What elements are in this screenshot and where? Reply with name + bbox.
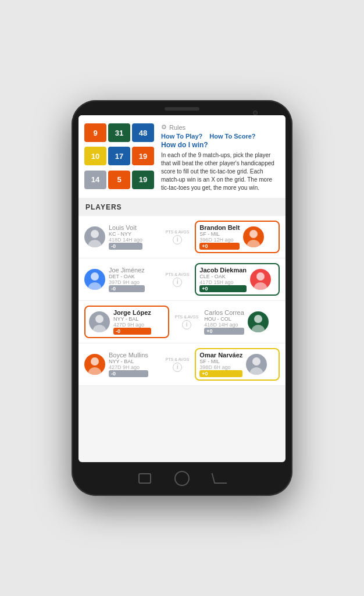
right-player-score: +0 xyxy=(199,285,247,292)
svg-point-2 xyxy=(249,230,258,238)
pts-label: PTS & AVGS xyxy=(166,272,190,276)
right-player-name: Jacob Diekman xyxy=(199,267,247,274)
player-avatar xyxy=(84,269,105,290)
rules-text: In each of the 9 match-ups, pick the pla… xyxy=(161,151,280,192)
how-to-play-link[interactable]: How To Play? xyxy=(161,133,202,140)
grid-cell-7: 5 xyxy=(108,171,130,189)
svg-point-9 xyxy=(93,325,106,332)
right-player-name: Omar Narváez xyxy=(199,352,242,359)
right-player-info: Carlos CorreaHOU - COL418D 14H ago+0 xyxy=(204,309,244,335)
recent-apps-button[interactable] xyxy=(138,473,151,484)
right-player-score: +0 xyxy=(199,243,240,250)
left-player[interactable]: Jorge LópezNYY - BAL427D 9H ago-0 xyxy=(84,306,169,338)
left-player-info: Boyce MullinsNYY - BAL427D 9H ago-0 xyxy=(109,352,148,377)
left-player-name: Boyce Mullins xyxy=(109,352,148,359)
right-player-info: Omar NarváezSF - MIL398D 6H ago+0 xyxy=(199,352,242,377)
screen-content: 9314810171914519 ⚙ Rules How To Play? Ho… xyxy=(78,115,286,386)
right-player-time: 417D 15H ago xyxy=(199,279,247,285)
left-player-teams: KC - NYY xyxy=(109,231,142,237)
grid-cell-5: 19 xyxy=(132,147,154,165)
svg-point-3 xyxy=(247,240,260,247)
match-row: Jorge LópezNYY - BAL427D 9H ago-0PTS & A… xyxy=(78,301,286,343)
player-avatar xyxy=(246,354,267,375)
right-player-info: Jacob DiekmanCLE - OAK417D 15H ago+0 xyxy=(199,267,247,292)
right-player[interactable]: Carlos CorreaHOU - COL418D 14H ago+0 xyxy=(204,306,280,338)
right-player-time: 418D 14H ago xyxy=(204,322,244,328)
right-player-teams: CLE - OAK xyxy=(199,274,247,279)
grid-cell-4: 17 xyxy=(108,147,130,165)
player-avatar xyxy=(250,269,271,290)
right-player-teams: SF - MIL xyxy=(199,231,240,237)
svg-point-4 xyxy=(91,272,99,281)
players-header: PLAYERS xyxy=(78,198,286,216)
svg-point-8 xyxy=(95,315,104,323)
right-player[interactable]: Jacob DiekmanCLE - OAK417D 15H ago+0 xyxy=(195,263,280,296)
pts-avgs-button[interactable]: PTS & AVGSi xyxy=(163,221,192,253)
right-player[interactable]: Omar NarváezSF - MIL398D 6H ago+0 xyxy=(195,348,280,381)
home-button[interactable] xyxy=(174,471,190,486)
rules-links: How To Play? How To Score? xyxy=(161,133,280,140)
grid-cell-3: 10 xyxy=(84,147,106,165)
pts-info-icon[interactable]: i xyxy=(173,235,182,244)
grid-cell-8: 19 xyxy=(132,171,154,189)
left-player-score: -0 xyxy=(109,370,148,377)
left-player-time: 418D 14H ago xyxy=(109,237,142,243)
phone-bottom-nav xyxy=(78,464,286,492)
match-row: Boyce MullinsNYY - BAL427D 9H ago-0PTS &… xyxy=(78,343,286,386)
right-player-name: Brandon Belt xyxy=(199,224,240,231)
right-player-score: +0 xyxy=(204,328,244,335)
left-player-score: -0 xyxy=(109,285,145,292)
pts-info-icon[interactable]: i xyxy=(182,320,191,329)
player-avatar xyxy=(84,226,105,247)
match-row: Louis VoitKC - NYY418D 14H ago-0PTS & AV… xyxy=(78,216,286,258)
phone-screen: 9314810171914519 ⚙ Rules How To Play? Ho… xyxy=(78,115,286,462)
left-player-info: Louis VoitKC - NYY418D 14H ago-0 xyxy=(109,224,142,250)
right-player-time: 398D 6H ago xyxy=(199,364,242,370)
pts-label: PTS & AVGS xyxy=(166,230,190,234)
rules-icon: ⚙ xyxy=(161,123,167,131)
grid-cell-1: 31 xyxy=(108,123,130,142)
player-avatar xyxy=(89,311,110,332)
left-player-time: 427D 9H ago xyxy=(113,322,151,328)
pts-info-icon[interactable]: i xyxy=(173,278,182,287)
player-avatar xyxy=(248,311,269,332)
pts-avgs-button[interactable]: PTS & AVGSi xyxy=(173,306,201,338)
right-player[interactable]: Brandon BeltSF - MIL396D 12H ago+0 xyxy=(195,221,280,253)
left-player[interactable]: Louis VoitKC - NYY418D 14H ago-0 xyxy=(84,221,160,253)
right-player-teams: HOU - COL xyxy=(204,316,244,322)
pts-label: PTS & AVGS xyxy=(175,315,199,319)
left-player-score: -0 xyxy=(109,243,142,250)
phone-camera xyxy=(253,111,258,115)
svg-point-0 xyxy=(91,230,99,238)
pts-avgs-button[interactable]: PTS & AVGSi xyxy=(163,263,192,296)
left-player-teams: NYY - BAL xyxy=(109,359,148,364)
left-player-info: Jorge LópezNYY - BAL427D 9H ago-0 xyxy=(113,309,151,335)
svg-point-12 xyxy=(91,357,99,366)
left-player[interactable]: Boyce MullinsNYY - BAL427D 9H ago-0 xyxy=(84,348,160,381)
left-player-name: Jorge López xyxy=(113,309,151,316)
pts-info-icon[interactable]: i xyxy=(173,363,182,372)
left-player-teams: NYY - BAL xyxy=(113,316,151,322)
rules-question: How do I win? xyxy=(161,141,280,149)
phone-speaker xyxy=(165,107,199,111)
match-row: Joe JiménezDET - OAK397D 9H ago-0PTS & A… xyxy=(78,258,286,301)
svg-point-6 xyxy=(256,272,265,281)
rules-section: ⚙ Rules How To Play? How To Score? How d… xyxy=(159,123,280,192)
right-player-teams: SF - MIL xyxy=(199,359,242,364)
matches-list: Louis VoitKC - NYY418D 14H ago-0PTS & AV… xyxy=(78,216,286,386)
how-to-score-link[interactable]: How To Score? xyxy=(209,133,255,140)
right-player-time: 396D 12H ago xyxy=(199,237,240,243)
left-player-time: 427D 9H ago xyxy=(109,364,148,370)
phone-frame: 9314810171914519 ⚙ Rules How To Play? Ho… xyxy=(72,100,292,496)
svg-point-1 xyxy=(88,240,101,247)
left-player[interactable]: Joe JiménezDET - OAK397D 9H ago-0 xyxy=(84,263,160,296)
tic-tac-toe-grid: 9314810171914519 xyxy=(84,123,154,192)
pts-avgs-button[interactable]: PTS & AVGSi xyxy=(163,348,192,381)
left-player-teams: DET - OAK xyxy=(109,274,145,279)
back-button[interactable] xyxy=(212,473,227,484)
svg-point-10 xyxy=(254,315,262,323)
grid-cell-2: 48 xyxy=(132,123,154,142)
player-avatar xyxy=(243,226,264,247)
player-avatar xyxy=(84,354,105,375)
pts-label: PTS & AVGS xyxy=(166,357,190,361)
